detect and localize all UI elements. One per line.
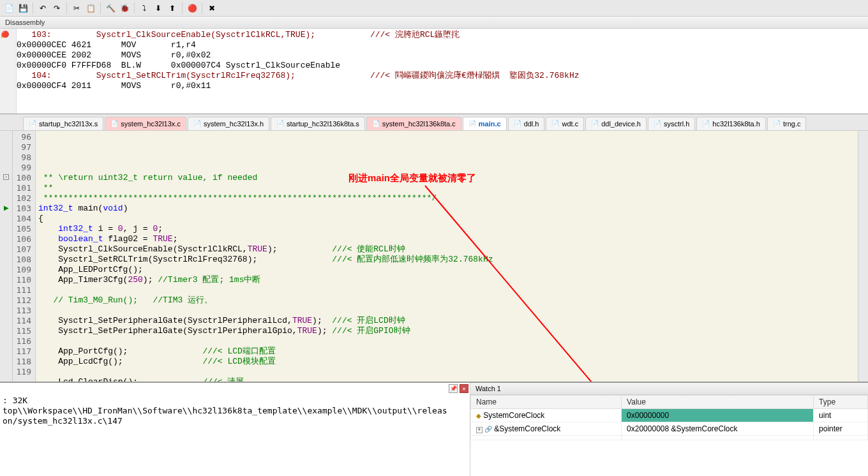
code-line[interactable] <box>38 306 855 316</box>
breakpoint-gutter-row[interactable] <box>0 141 12 151</box>
code-line[interactable]: App_PortCfg(); ///< LCD端口配置 <box>38 346 855 357</box>
code-line[interactable] <box>38 367 855 377</box>
watch-name-cell[interactable]: ◆ SystemCoreClock <box>471 409 622 422</box>
toolbar-file-icon[interactable]: 📄 <box>3 2 15 15</box>
tab-hc32l136k8ta-h[interactable]: 📄hc32l136k8ta.h <box>696 117 766 130</box>
toolbar-cut-icon[interactable]: ✂ <box>70 2 83 15</box>
toolbar-step-into-icon[interactable]: ⬇ <box>152 2 165 15</box>
editor-vertical-scrollbar[interactable] <box>858 131 868 382</box>
toolbar-copy-icon[interactable]: 📋 <box>84 2 97 15</box>
code-line[interactable]: { <box>38 214 855 224</box>
code-line[interactable]: int32_t i = 0, j = 0; <box>38 224 855 234</box>
toolbar-save-icon[interactable]: 💾 <box>17 2 29 15</box>
watch-value-cell[interactable]: 0x00000000 <box>622 409 814 422</box>
breakpoint-gutter-row[interactable] <box>0 243 12 253</box>
breakpoint-gutter-row[interactable] <box>0 212 12 223</box>
code-line[interactable] <box>38 336 855 346</box>
breakpoint-gutter-row[interactable] <box>0 284 12 294</box>
code-line[interactable]: App_LcdCfg(); ///< LCD模块配置 <box>38 357 855 367</box>
file-icon: 📄 <box>372 120 380 128</box>
breakpoint-gutter-row[interactable] <box>0 335 12 345</box>
code-line[interactable]: ****************************************… <box>38 193 855 204</box>
file-icon: 📄 <box>702 120 710 128</box>
disasm-line[interactable]: 0x00000CF4 2011 MOVS r0,#0x11 <box>17 81 868 91</box>
output-line: on/system_hc32l13x.c\147 <box>3 416 467 426</box>
toolbar-build-icon[interactable]: 🔨 <box>104 2 117 15</box>
tab-label: system_hc32l13x.h <box>204 120 264 128</box>
watch-enter-prompt[interactable] <box>471 436 622 440</box>
breakpoint-gutter-row[interactable] <box>0 192 12 202</box>
code-line[interactable]: Sysctrl_SetRCLTrim(SysctrlRclFreq32768);… <box>38 255 855 265</box>
tab-ddl_device-h[interactable]: 📄ddl_device.h <box>585 117 647 130</box>
watch-header[interactable]: Value <box>622 396 814 409</box>
toolbar-step-over-icon[interactable]: ⤵ <box>138 2 151 15</box>
code-line[interactable]: ** <box>38 183 855 193</box>
toolbar-close-icon[interactable]: ✖ <box>206 2 218 15</box>
breakpoint-gutter-row[interactable]: - <box>0 172 12 182</box>
tab-system_hc32l13x-h[interactable]: 📄system_hc32l13x.h <box>188 117 269 130</box>
breakpoint-gutter-row[interactable] <box>0 304 12 315</box>
breakpoint-gutter-row[interactable] <box>0 294 12 304</box>
breakpoint-gutter-row[interactable] <box>0 366 12 376</box>
code-line[interactable]: boolean_t flag02 = TRUE; <box>38 234 855 244</box>
code-line[interactable]: Lcd_ClearDisp(); ///< 清屏 <box>38 377 855 382</box>
breakpoint-gutter-row[interactable] <box>0 182 12 192</box>
disasm-line[interactable]: 0x00000CF0 F7FFFD68 BL.W 0x000007C4 Sysc… <box>17 61 868 71</box>
toolbar-redo-icon[interactable]: ↷ <box>50 2 63 15</box>
disasm-line[interactable]: 0x00000CEE 2002 MOVS r0,#0x02 <box>17 50 868 61</box>
code-line[interactable]: int32_t main(void) <box>38 204 855 214</box>
watch-enter-row[interactable] <box>471 436 868 440</box>
code-line[interactable] <box>38 285 855 295</box>
tab-main-c[interactable]: 📄main.c <box>463 117 507 130</box>
file-icon: 📄 <box>193 120 201 128</box>
breakpoint-gutter-row[interactable] <box>0 253 12 264</box>
breakpoint-gutter-row[interactable] <box>0 233 12 243</box>
watch-header[interactable]: Type <box>814 396 868 409</box>
watch-row[interactable]: +🔗 &SystemCoreClock0x20000008 &SystemCor… <box>471 422 868 436</box>
watch-value-cell[interactable]: 0x20000008 &SystemCoreClock <box>622 422 814 436</box>
code-line[interactable]: Sysctrl_ClkSourceEnable(SysctrlClkRCL,TR… <box>38 244 855 255</box>
output-line: top\\Workspace\\HD_IronMan\\Software\\hc… <box>3 406 467 416</box>
tab-startup_hc32l13x-s[interactable]: 📄startup_hc32l13x.s <box>23 117 103 130</box>
breakpoint-gutter-row[interactable] <box>0 223 12 233</box>
tab-ddl-h[interactable]: 📄ddl.h <box>508 117 545 130</box>
watch-table[interactable]: NameValueType ◆ SystemCoreClock0x0000000… <box>470 395 868 440</box>
breakpoint-gutter-row[interactable] <box>0 274 12 284</box>
disasm-line[interactable]: 104: Sysctrl_SetRCLTrim(SysctrlRclFreq32… <box>17 71 868 81</box>
breakpoint-gutter-row[interactable] <box>0 161 12 172</box>
watch-row[interactable]: ◆ SystemCoreClock0x00000000uint <box>471 409 868 422</box>
breakpoint-gutter-row[interactable]: ▶ <box>0 202 12 212</box>
breakpoint-gutter-row[interactable] <box>0 325 12 335</box>
code-line[interactable]: Sysctrl_SetPeripheralGate(SysctrlPeriphe… <box>38 326 855 336</box>
tab-trng-c[interactable]: 📄trng.c <box>767 117 807 130</box>
breakpoint-gutter-row[interactable] <box>0 345 12 355</box>
code-line[interactable]: App_Timer3Cfg(250); //Timer3 配置; 1ms中断 <box>38 275 855 285</box>
toolbar-step-out-icon[interactable]: ⬆ <box>166 2 179 15</box>
toolbar-debug-icon[interactable]: 🐞 <box>118 2 131 15</box>
breakpoint-gutter-row[interactable] <box>0 315 12 325</box>
output-pin-icon[interactable]: 📌 <box>449 384 458 393</box>
tab-startup_hc32l136k8ta-s[interactable]: 📄startup_hc32l136k8ta.s <box>271 117 365 130</box>
watch-name-cell[interactable]: +🔗 &SystemCoreClock <box>471 422 622 436</box>
watch-header[interactable]: Name <box>471 396 622 409</box>
disassembly-panel[interactable]: ▶🔴 103: Sysctrl_ClkSourceEnable(SysctrlC… <box>0 29 868 114</box>
tab-system_hc32l13x-c[interactable]: 📄system_hc32l13x.c <box>105 117 186 130</box>
tab-system_hc32l136k8ta-c[interactable]: 📄system_hc32l136k8ta.c <box>366 117 461 130</box>
tab-sysctrl-h[interactable]: 📄sysctrl.h <box>648 117 695 130</box>
breakpoint-gutter-row[interactable] <box>0 151 12 161</box>
expand-icon[interactable]: + <box>476 427 483 433</box>
breakpoint-gutter-row[interactable] <box>0 355 12 366</box>
tab-wdt-c[interactable]: 📄wdt.c <box>546 117 584 130</box>
breakpoint-gutter-row[interactable] <box>0 264 12 274</box>
toolbar-undo-icon[interactable]: ↶ <box>36 2 49 15</box>
build-output-panel[interactable]: 📌 ✕ : 32Ktop\\Workspace\\HD_IronMan\\Sof… <box>0 383 470 476</box>
disasm-line[interactable]: 0x00000CEC 4621 MOV r1,r4 <box>17 40 868 50</box>
toolbar-breakpoint-icon[interactable]: 🔴 <box>186 2 198 15</box>
code-line[interactable]: Sysctrl_SetPeripheralGate(SysctrlPeriphe… <box>38 316 855 326</box>
code-line[interactable]: App_LEDPortCfg(); <box>38 265 855 275</box>
code-line[interactable]: // Tim3_M0_Run(); //TIM3 运行。 <box>38 295 855 306</box>
code-editor[interactable]: -▶ 9697989910010110210310410510610710810… <box>0 131 868 382</box>
breakpoint-gutter-row[interactable] <box>0 131 12 141</box>
disasm-line[interactable]: ▶🔴 103: Sysctrl_ClkSourceEnable(SysctrlC… <box>17 30 868 40</box>
output-close-icon[interactable]: ✕ <box>460 384 468 393</box>
